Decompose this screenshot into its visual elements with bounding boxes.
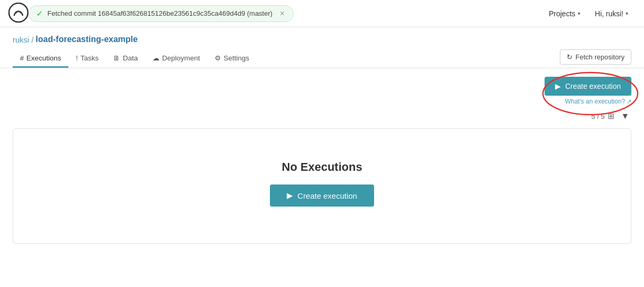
filter-icon: ▼ <box>621 111 629 120</box>
projects-chevron-icon: ▾ <box>578 11 580 16</box>
pagination-text: 5 / 5 <box>591 112 605 120</box>
tab-bar: # Executions ! Tasks 🗎 Data ☁ Deployment… <box>0 44 644 68</box>
whats-execution-link[interactable]: What's an execution? ↗ <box>565 98 631 105</box>
navbar: ✓ Fetched commit 16845af63f626815126be23… <box>0 0 644 27</box>
empty-state-card: No Executions ▶ Create execution <box>13 128 631 244</box>
create-execution-label: Create execution <box>565 82 621 90</box>
tab-tasks[interactable]: ! Tasks <box>68 50 106 68</box>
tab-tasks-label: Tasks <box>80 54 99 62</box>
grid-view-icon: ⊞ <box>608 111 615 121</box>
empty-state-button-label: Create execution <box>297 191 357 200</box>
projects-label: Projects <box>549 9 576 18</box>
create-execution-section: ▶ Create execution What's an execution? … <box>545 77 631 105</box>
navbar-right: Projects ▾ Hi, ruksi! ▾ <box>541 5 636 22</box>
tab-deployment-label: Deployment <box>162 54 200 62</box>
executions-tab-icon: # <box>20 54 24 62</box>
fetch-button-label: Fetch repository <box>576 53 625 61</box>
pagination-row: 5 / 5 ⊞ ▼ <box>13 110 631 122</box>
app-logo[interactable] <box>8 3 28 24</box>
filter-button[interactable]: ▼ <box>619 110 631 122</box>
tab-settings-label: Settings <box>224 54 249 62</box>
breadcrumb-repo-link[interactable]: load-forecasting-example <box>36 35 138 44</box>
projects-menu[interactable]: Projects ▾ <box>541 5 588 22</box>
settings-tab-icon: ⚙ <box>215 54 221 62</box>
tab-executions-label: Executions <box>26 54 61 62</box>
user-menu[interactable]: Hi, ruksi! ▾ <box>588 5 636 22</box>
tab-data-label: Data <box>123 54 138 62</box>
data-tab-icon: 🗎 <box>113 54 120 62</box>
breadcrumb: ruksi / load-forecasting-example <box>0 27 644 44</box>
create-execution-button[interactable]: ▶ Create execution <box>545 77 631 96</box>
commit-notification: ✓ Fetched commit 16845af63f626815126be23… <box>28 5 294 22</box>
tab-bar-actions: ↻ Fetch repository <box>560 49 631 68</box>
tab-settings[interactable]: ⚙ Settings <box>207 50 257 68</box>
action-row: ▶ Create execution What's an execution? … <box>13 77 631 105</box>
main-content: ▶ Create execution What's an execution? … <box>0 68 644 252</box>
notification-close-button[interactable]: × <box>279 9 286 18</box>
fetch-repository-button[interactable]: ↻ Fetch repository <box>560 49 631 65</box>
whats-execution-label: What's an execution? <box>565 98 625 105</box>
external-link-icon: ↗ <box>627 98 631 105</box>
user-chevron-icon: ▾ <box>626 11 628 16</box>
play-icon: ▶ <box>555 82 561 90</box>
empty-state-title: No Executions <box>282 160 363 174</box>
user-greeting-label: Hi, ruksi! <box>595 9 623 18</box>
fetch-icon: ↻ <box>567 53 572 61</box>
tasks-tab-icon: ! <box>76 54 78 62</box>
pagination-info: 5 / 5 ⊞ <box>591 111 615 121</box>
deployment-tab-icon: ☁ <box>153 54 159 62</box>
page-content: ruksi / load-forecasting-example # Execu… <box>0 27 644 287</box>
breadcrumb-separator: / <box>32 35 34 44</box>
tab-deployment[interactable]: ☁ Deployment <box>145 50 207 68</box>
tab-data[interactable]: 🗎 Data <box>106 50 145 68</box>
breadcrumb-user-link[interactable]: ruksi <box>13 35 29 44</box>
tab-executions[interactable]: # Executions <box>13 50 68 68</box>
commit-text: Fetched commit 16845af63f626815126be2356… <box>47 9 273 17</box>
empty-state-create-button[interactable]: ▶ Create execution <box>270 184 374 207</box>
svg-point-0 <box>9 3 28 22</box>
check-icon: ✓ <box>36 9 43 18</box>
empty-play-icon: ▶ <box>287 191 293 200</box>
